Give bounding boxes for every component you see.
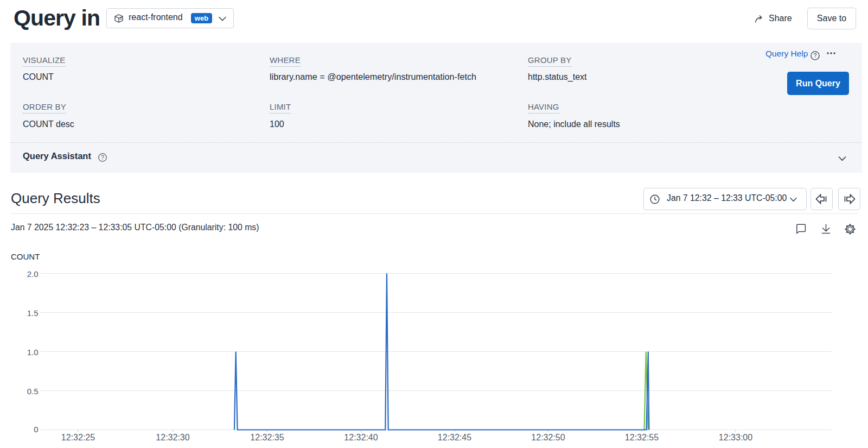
svg-text:12:32:30: 12:32:30: [156, 433, 189, 442]
svg-text:12:32:45: 12:32:45: [438, 433, 471, 442]
svg-text:1.0: 1.0: [27, 348, 39, 357]
svg-text:12:32:55: 12:32:55: [625, 433, 659, 442]
svg-text:12:32:40: 12:32:40: [344, 433, 378, 442]
svg-text:12:32:35: 12:32:35: [250, 433, 284, 442]
svg-text:2.0: 2.0: [27, 269, 39, 279]
svg-text:?: ?: [101, 155, 104, 161]
svg-text:1.5: 1.5: [27, 308, 39, 318]
svg-text:?: ?: [814, 52, 817, 59]
svg-text:0: 0: [34, 425, 38, 434]
svg-text:0.5: 0.5: [27, 387, 39, 396]
svg-text:12:32:25: 12:32:25: [61, 433, 95, 442]
svg-text:12:33:00: 12:33:00: [719, 433, 752, 442]
svg-text:12:32:50: 12:32:50: [531, 433, 565, 442]
